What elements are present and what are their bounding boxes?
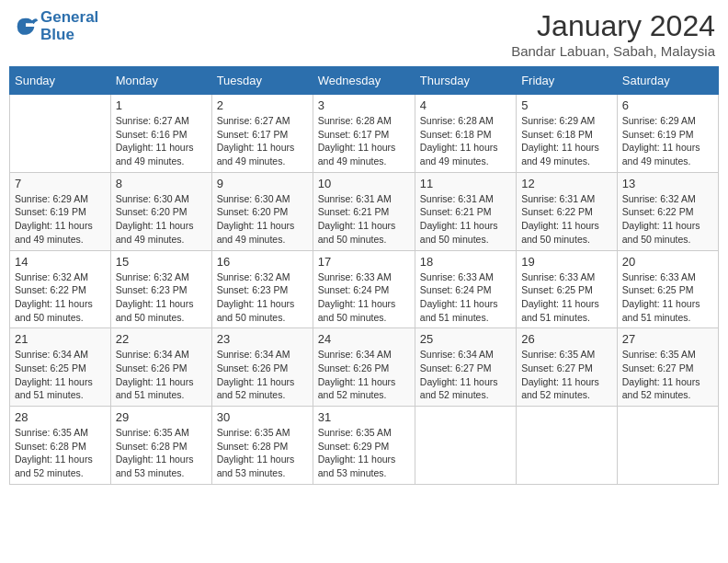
day-info: Sunrise: 6:32 AMSunset: 6:23 PMDaylight:… — [217, 270, 308, 325]
calendar-cell: 20Sunrise: 6:33 AMSunset: 6:25 PMDayligh… — [617, 250, 718, 328]
day-number: 31 — [318, 410, 410, 424]
calendar-cell: 23Sunrise: 6:34 AMSunset: 6:26 PMDayligh… — [211, 328, 313, 407]
logo-text: General Blue — [40, 9, 98, 43]
day-info: Sunrise: 6:34 AMSunset: 6:26 PMDaylight:… — [318, 348, 410, 402]
calendar-cell: 3Sunrise: 6:28 AMSunset: 6:17 PMDaylight… — [313, 95, 415, 173]
week-row-4: 21Sunrise: 6:34 AMSunset: 6:25 PMDayligh… — [10, 328, 719, 407]
day-info: Sunrise: 6:29 AMSunset: 6:18 PMDaylight:… — [521, 114, 612, 168]
day-info: Sunrise: 6:32 AMSunset: 6:22 PMDaylight:… — [622, 192, 713, 247]
calendar-cell — [617, 407, 718, 485]
day-number: 6 — [622, 98, 713, 112]
header-monday: Monday — [110, 67, 211, 95]
header-friday: Friday — [517, 67, 618, 95]
calendar-cell: 1Sunrise: 6:27 AMSunset: 6:16 PMDaylight… — [110, 95, 211, 173]
day-number: 4 — [420, 98, 511, 112]
header-thursday: Thursday — [415, 67, 516, 95]
calendar-cell — [517, 407, 618, 485]
day-number: 23 — [217, 332, 308, 346]
day-info: Sunrise: 6:35 AMSunset: 6:29 PMDaylight:… — [318, 426, 410, 480]
header-saturday: Saturday — [617, 67, 718, 95]
day-number: 20 — [622, 255, 713, 269]
day-number: 27 — [622, 332, 713, 346]
day-number: 22 — [116, 332, 207, 346]
day-info: Sunrise: 6:33 AMSunset: 6:24 PMDaylight:… — [420, 270, 511, 325]
calendar-cell: 5Sunrise: 6:29 AMSunset: 6:18 PMDaylight… — [517, 95, 618, 173]
calendar-table: SundayMondayTuesdayWednesdayThursdayFrid… — [9, 66, 719, 485]
day-info: Sunrise: 6:29 AMSunset: 6:19 PMDaylight:… — [622, 114, 713, 168]
day-number: 3 — [318, 98, 410, 112]
day-info: Sunrise: 6:33 AMSunset: 6:25 PMDaylight:… — [521, 270, 612, 325]
calendar-cell: 6Sunrise: 6:29 AMSunset: 6:19 PMDaylight… — [617, 95, 718, 173]
day-info: Sunrise: 6:30 AMSunset: 6:20 PMDaylight:… — [217, 192, 308, 247]
header-wednesday: Wednesday — [313, 67, 415, 95]
location: Bandar Labuan, Sabah, Malaysia — [511, 43, 715, 59]
calendar-cell — [415, 407, 516, 485]
day-number: 15 — [116, 255, 207, 269]
day-number: 25 — [420, 332, 511, 346]
logo-icon — [13, 14, 39, 40]
day-info: Sunrise: 6:31 AMSunset: 6:21 PMDaylight:… — [318, 192, 410, 247]
calendar-cell: 17Sunrise: 6:33 AMSunset: 6:24 PMDayligh… — [313, 250, 415, 328]
day-number: 12 — [521, 177, 612, 190]
calendar-cell: 10Sunrise: 6:31 AMSunset: 6:21 PMDayligh… — [313, 172, 415, 250]
calendar-cell: 18Sunrise: 6:33 AMSunset: 6:24 PMDayligh… — [415, 250, 516, 328]
week-row-5: 28Sunrise: 6:35 AMSunset: 6:28 PMDayligh… — [10, 407, 719, 485]
day-info: Sunrise: 6:28 AMSunset: 6:18 PMDaylight:… — [420, 114, 511, 168]
day-number: 17 — [318, 255, 410, 269]
day-info: Sunrise: 6:35 AMSunset: 6:28 PMDaylight:… — [217, 426, 308, 480]
calendar-cell: 29Sunrise: 6:35 AMSunset: 6:28 PMDayligh… — [110, 407, 211, 485]
calendar-cell: 27Sunrise: 6:35 AMSunset: 6:27 PMDayligh… — [617, 328, 718, 407]
header-tuesday: Tuesday — [211, 67, 313, 95]
day-info: Sunrise: 6:27 AMSunset: 6:17 PMDaylight:… — [217, 114, 308, 168]
day-info: Sunrise: 6:33 AMSunset: 6:24 PMDaylight:… — [318, 270, 410, 325]
calendar-cell: 24Sunrise: 6:34 AMSunset: 6:26 PMDayligh… — [313, 328, 415, 407]
day-number: 1 — [116, 98, 207, 112]
calendar-cell: 25Sunrise: 6:34 AMSunset: 6:27 PMDayligh… — [415, 328, 516, 407]
week-row-1: 1Sunrise: 6:27 AMSunset: 6:16 PMDaylight… — [10, 95, 719, 173]
day-info: Sunrise: 6:31 AMSunset: 6:22 PMDaylight:… — [521, 192, 612, 247]
calendar-cell: 7Sunrise: 6:29 AMSunset: 6:19 PMDaylight… — [10, 172, 111, 250]
week-row-3: 14Sunrise: 6:32 AMSunset: 6:22 PMDayligh… — [10, 250, 719, 328]
calendar-cell: 8Sunrise: 6:30 AMSunset: 6:20 PMDaylight… — [110, 172, 211, 250]
day-info: Sunrise: 6:34 AMSunset: 6:26 PMDaylight:… — [217, 348, 308, 402]
day-number: 24 — [318, 332, 410, 346]
day-info: Sunrise: 6:29 AMSunset: 6:19 PMDaylight:… — [15, 192, 106, 247]
logo: General Blue — [13, 9, 98, 43]
calendar-cell: 28Sunrise: 6:35 AMSunset: 6:28 PMDayligh… — [10, 407, 111, 485]
day-info: Sunrise: 6:33 AMSunset: 6:25 PMDaylight:… — [622, 270, 713, 325]
calendar-cell: 13Sunrise: 6:32 AMSunset: 6:22 PMDayligh… — [617, 172, 718, 250]
calendar-cell: 26Sunrise: 6:35 AMSunset: 6:27 PMDayligh… — [517, 328, 618, 407]
day-number: 26 — [521, 332, 612, 346]
logo-container: General Blue — [13, 9, 98, 43]
calendar-cell: 22Sunrise: 6:34 AMSunset: 6:26 PMDayligh… — [110, 328, 211, 407]
day-number: 5 — [521, 98, 612, 112]
calendar-cell: 30Sunrise: 6:35 AMSunset: 6:28 PMDayligh… — [211, 407, 313, 485]
calendar-cell: 11Sunrise: 6:31 AMSunset: 6:21 PMDayligh… — [415, 172, 516, 250]
calendar-cell: 2Sunrise: 6:27 AMSunset: 6:17 PMDaylight… — [211, 95, 313, 173]
day-number: 9 — [217, 177, 308, 190]
day-info: Sunrise: 6:30 AMSunset: 6:20 PMDaylight:… — [116, 192, 207, 247]
calendar-cell: 12Sunrise: 6:31 AMSunset: 6:22 PMDayligh… — [517, 172, 618, 250]
calendar-cell: 9Sunrise: 6:30 AMSunset: 6:20 PMDaylight… — [211, 172, 313, 250]
day-number: 21 — [15, 332, 106, 346]
day-number: 13 — [622, 177, 713, 190]
day-number: 16 — [217, 255, 308, 269]
day-number: 8 — [116, 177, 207, 190]
header-row: SundayMondayTuesdayWednesdayThursdayFrid… — [10, 67, 719, 95]
day-info: Sunrise: 6:35 AMSunset: 6:27 PMDaylight:… — [622, 348, 713, 402]
calendar-cell: 14Sunrise: 6:32 AMSunset: 6:22 PMDayligh… — [10, 250, 111, 328]
day-number: 14 — [15, 255, 106, 269]
calendar-cell: 15Sunrise: 6:32 AMSunset: 6:23 PMDayligh… — [110, 250, 211, 328]
day-info: Sunrise: 6:35 AMSunset: 6:28 PMDaylight:… — [15, 426, 106, 480]
calendar-cell: 19Sunrise: 6:33 AMSunset: 6:25 PMDayligh… — [517, 250, 618, 328]
week-row-2: 7Sunrise: 6:29 AMSunset: 6:19 PMDaylight… — [10, 172, 719, 250]
page-header: General Blue January 2024 Bandar Labuan,… — [9, 9, 719, 59]
day-number: 19 — [521, 255, 612, 269]
title-block: January 2024 Bandar Labuan, Sabah, Malay… — [511, 9, 715, 59]
day-info: Sunrise: 6:27 AMSunset: 6:16 PMDaylight:… — [116, 114, 207, 168]
calendar-cell: 21Sunrise: 6:34 AMSunset: 6:25 PMDayligh… — [10, 328, 111, 407]
day-info: Sunrise: 6:34 AMSunset: 6:27 PMDaylight:… — [420, 348, 511, 402]
day-number: 10 — [318, 177, 410, 190]
day-info: Sunrise: 6:31 AMSunset: 6:21 PMDaylight:… — [420, 192, 511, 247]
calendar-cell: 16Sunrise: 6:32 AMSunset: 6:23 PMDayligh… — [211, 250, 313, 328]
